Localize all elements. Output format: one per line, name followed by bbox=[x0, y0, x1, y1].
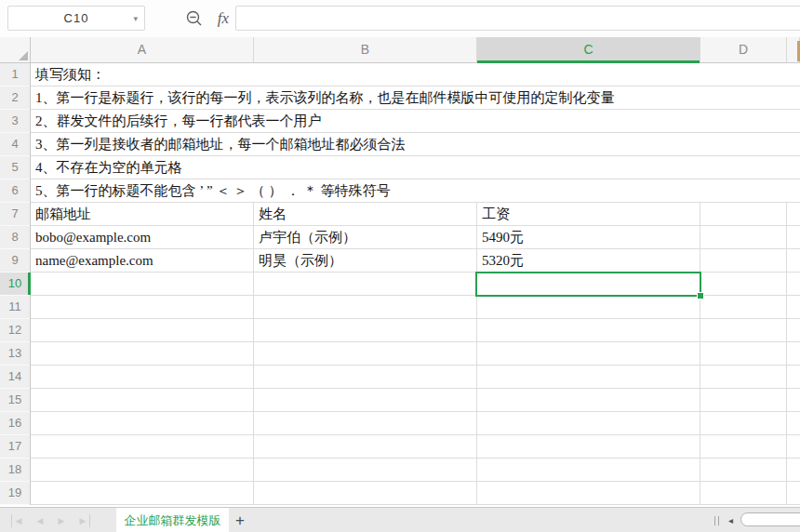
row-header-16[interactable]: 16 bbox=[0, 412, 30, 435]
row-header-14[interactable]: 14 bbox=[0, 366, 30, 389]
cell-A5[interactable]: 4、不存在为空的单元格 bbox=[35, 156, 182, 180]
fill-handle[interactable] bbox=[697, 292, 704, 299]
row-header-19[interactable]: 19 bbox=[0, 482, 30, 505]
cell-B8[interactable]: 卢宇伯（示例） bbox=[259, 226, 356, 249]
row-header-5[interactable]: 5 bbox=[0, 156, 30, 180]
zoom-out-icon[interactable] bbox=[184, 8, 205, 29]
gridline bbox=[700, 202, 700, 505]
cell-B7[interactable]: 姓名 bbox=[259, 203, 287, 226]
sheet-tab-active[interactable]: 企业邮箱群发模版 bbox=[116, 508, 229, 532]
select-all-corner[interactable] bbox=[0, 37, 31, 63]
gridline bbox=[253, 202, 254, 505]
select-all-triangle-icon bbox=[19, 51, 28, 60]
prev-sheet-icon[interactable]: ◀ bbox=[33, 514, 47, 527]
cell-A4[interactable]: 3、第一列是接收者的邮箱地址，每一个邮箱地址都必须合法 bbox=[35, 133, 406, 156]
add-sheet-button[interactable]: + bbox=[231, 508, 249, 532]
sheet-tab-bar: ◀ ◀ ▶ ▶ 企业邮箱群发模版 + ◂ bbox=[0, 507, 800, 532]
spreadsheet-window: C10 ▾ fx ABCD 12345678910111213141516171… bbox=[0, 0, 800, 532]
cell-C9[interactable]: 5320元 bbox=[482, 249, 524, 273]
column-headers: ABCD bbox=[31, 37, 800, 63]
formula-toolbar: C10 ▾ fx bbox=[0, 0, 800, 38]
cell-C7[interactable]: 工资 bbox=[482, 203, 510, 226]
column-header-b[interactable]: B bbox=[254, 37, 477, 62]
gridline bbox=[476, 202, 477, 505]
cell-A2[interactable]: 1、第一行是标题行，该行的每一列，表示该列的名称，也是在邮件模版中可使用的定制化… bbox=[35, 86, 615, 110]
cell-B9[interactable]: 明昊（示例） bbox=[259, 249, 342, 273]
column-header-a[interactable]: A bbox=[31, 37, 254, 62]
cell-A8[interactable]: bobo@example.com bbox=[35, 226, 151, 249]
horizontal-scrollbar-thumb[interactable] bbox=[740, 512, 800, 526]
cell-A9[interactable]: name@example.com bbox=[35, 249, 153, 273]
row-header-17[interactable]: 17 bbox=[0, 435, 30, 459]
row-header-18[interactable]: 18 bbox=[0, 459, 30, 482]
tab-scroll-splitter[interactable] bbox=[714, 516, 719, 525]
row-header-9[interactable]: 9 bbox=[0, 249, 30, 273]
row-header-10[interactable]: 10 bbox=[0, 273, 30, 296]
gridline bbox=[786, 202, 787, 505]
cell-A7[interactable]: 邮箱地址 bbox=[35, 203, 91, 226]
fx-icon[interactable]: fx bbox=[210, 0, 236, 37]
first-sheet-icon[interactable]: ◀ bbox=[11, 514, 25, 527]
row-headers: 12345678910111213141516171819 bbox=[0, 63, 31, 505]
name-box[interactable]: C10 ▾ bbox=[7, 6, 145, 31]
row-header-8[interactable]: 8 bbox=[0, 226, 30, 249]
column-header-d[interactable]: D bbox=[700, 37, 787, 62]
column-header-c[interactable]: C bbox=[477, 37, 700, 62]
row-header-2[interactable]: 2 bbox=[0, 86, 30, 110]
cell-A3[interactable]: 2、群发文件的后续行，每一行都代表一个用户 bbox=[35, 110, 322, 133]
last-sheet-icon[interactable]: ▶ bbox=[76, 514, 90, 527]
cell-C8[interactable]: 5490元 bbox=[482, 226, 524, 249]
scroll-left-icon[interactable]: ◂ bbox=[728, 508, 733, 532]
name-box-value: C10 bbox=[64, 11, 89, 25]
row-header-1[interactable]: 1 bbox=[0, 63, 30, 86]
row-header-7[interactable]: 7 bbox=[0, 203, 30, 226]
row-header-15[interactable]: 15 bbox=[0, 389, 30, 412]
cell-A1[interactable]: 填写须知： bbox=[35, 63, 105, 86]
next-sheet-icon[interactable]: ▶ bbox=[55, 514, 68, 527]
row-header-12[interactable]: 12 bbox=[0, 319, 30, 342]
row-header-4[interactable]: 4 bbox=[0, 133, 30, 156]
row-header-6[interactable]: 6 bbox=[0, 180, 30, 203]
cell-A6[interactable]: 5、第一行的标题不能包含 ’ ” ＜ ＞ （ ） ． ＊ 等特殊符号 bbox=[35, 180, 391, 203]
chevron-down-icon[interactable]: ▾ bbox=[133, 13, 138, 24]
row-header-13[interactable]: 13 bbox=[0, 342, 30, 366]
sheet-nav: ◀ ◀ ▶ ▶ bbox=[11, 508, 90, 532]
row-header-11[interactable]: 11 bbox=[0, 296, 30, 319]
formula-input[interactable] bbox=[235, 6, 800, 31]
row-header-3[interactable]: 3 bbox=[0, 110, 30, 133]
